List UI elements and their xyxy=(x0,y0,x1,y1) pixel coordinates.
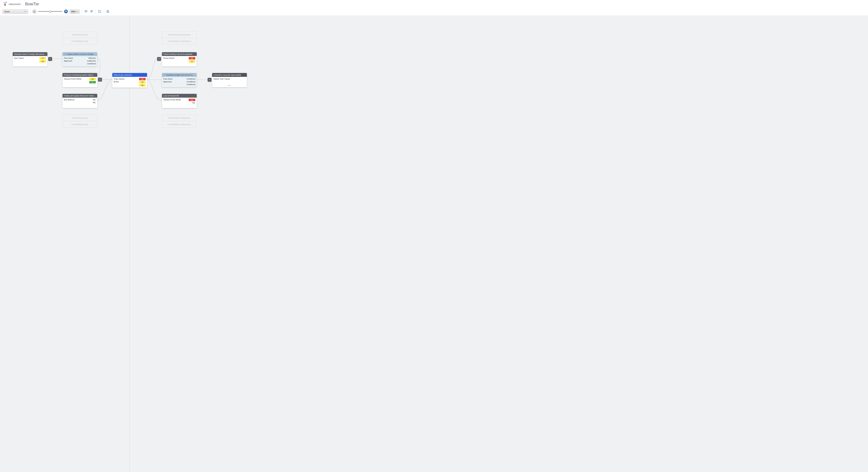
create-consequence-button[interactable]: Create New Consequence xyxy=(162,115,196,121)
link-consequence-button[interactable]: Link Existing Consequence xyxy=(162,38,196,44)
metric: Undefined xyxy=(187,83,195,86)
diagram-canvas[interactable]: Create New Cause Link Existing Cause Cre… xyxy=(0,16,868,472)
metric: Ineffective xyxy=(87,60,96,62)
svg-point-5 xyxy=(65,54,65,55)
risk-badge: 10 xyxy=(39,60,46,63)
node-approval: Approved xyxy=(163,81,173,83)
node-owner: Paul Sutch xyxy=(163,78,173,80)
svg-point-1 xyxy=(5,2,7,3)
node-title: Faulty parts (pipes that aren't rated pr… xyxy=(62,94,97,98)
toolbar: None – + 90% xyxy=(0,8,868,16)
cause-node-operator[interactable]: Operator doesn't comply with permit cond… xyxy=(13,52,48,66)
svg-point-4 xyxy=(99,11,100,12)
risk-badge: 22 xyxy=(139,78,146,80)
control-node-budget[interactable]: Establish budget and escrow fund for ...… xyxy=(162,73,197,87)
layers-add-icon[interactable] xyxy=(90,9,93,13)
node-approval: Approved xyxy=(64,60,73,62)
node-status: Active xyxy=(114,81,124,83)
risk-badge: 11 xyxy=(189,60,195,63)
node-title: Future funding may be in jeopardy xyxy=(162,52,197,56)
node-owner: Tamara Porter-White xyxy=(163,99,181,101)
link-cause-button[interactable]: Link Existing Cause xyxy=(63,38,97,44)
brand-logo: riskonnect xyxy=(2,1,21,7)
brand-name: riskonnect xyxy=(9,3,21,5)
count-badge-right[interactable]: 2 xyxy=(157,57,161,61)
metric: Effective xyxy=(89,57,96,59)
risk-badge: 16 xyxy=(139,84,146,87)
svg-point-6 xyxy=(164,75,165,75)
zoom-out-button[interactable]: – xyxy=(32,9,36,13)
gear-icon xyxy=(64,53,66,55)
node-title: Inspect wells to ensure compliance wit..… xyxy=(62,52,97,56)
cause-node-faulty[interactable]: Faulty parts (pipes that aren't rated pr… xyxy=(62,94,97,108)
consequence-node-legal[interactable]: Unfunded corporate legal liability Owner… xyxy=(212,73,247,87)
ghost-consequence-top: Create New Consequence Link Existing Con… xyxy=(162,31,197,44)
node-owner: Bob Bellivue xyxy=(64,99,74,101)
risk-badge: 13 xyxy=(139,81,146,83)
consequence-node-life[interactable]: Loss of human life Tamara Porter-White 2… xyxy=(162,94,197,108)
node-owner: Tamara Porter-White xyxy=(64,78,82,80)
zoom-slider[interactable] xyxy=(38,11,62,12)
collapse-toggle-left[interactable]: – xyxy=(48,57,52,61)
metric: NIL xyxy=(93,101,96,103)
collapse-toggle-right[interactable]: – xyxy=(208,78,212,82)
event-node[interactable]: Natural gas explosion Tracy Hulme Active… xyxy=(112,73,147,88)
fit-screen-icon[interactable] xyxy=(98,9,101,13)
node-title: Loss of human life xyxy=(162,94,197,98)
layers-icon[interactable] xyxy=(84,9,88,13)
node-owner: Tracy Hulme xyxy=(114,78,124,80)
ghost-cause-bottom: Create New Cause Link Existing Cause xyxy=(62,114,97,128)
chevron-down-icon xyxy=(25,10,26,12)
node-owner: Owner: Karl Trainer xyxy=(214,78,245,80)
link-cause-button[interactable]: Link Existing Cause xyxy=(63,121,97,128)
node-owner: Paul Sutch xyxy=(64,57,73,59)
node-title: Natural gas explosion xyxy=(112,73,147,77)
node-title: Pressure monitoring system failure xyxy=(62,73,97,77)
zoom-level-dropdown[interactable]: 90% xyxy=(70,9,80,14)
risk-badge: 22 xyxy=(189,57,195,60)
zoom-in-button[interactable]: + xyxy=(64,9,68,13)
metric: Undefined xyxy=(87,63,96,65)
toolbar-divider xyxy=(95,9,96,14)
pager-dot xyxy=(229,85,229,86)
filter-dropdown[interactable]: None xyxy=(2,9,28,14)
ghost-consequence-bottom: Create New Consequence Link Existing Con… xyxy=(162,114,197,128)
cause-node-pressure[interactable]: Pressure monitoring system failure Tamar… xyxy=(62,73,97,87)
risk-badge: 16 xyxy=(89,78,96,80)
pagination-dots[interactable] xyxy=(214,85,245,86)
count-badge-left[interactable]: 2 xyxy=(98,78,102,81)
metric: Undefined xyxy=(187,78,195,80)
zoom-level-label: 90% xyxy=(71,10,76,13)
risk-badge: 1 xyxy=(89,81,96,83)
zoom-slider-thumb[interactable] xyxy=(49,10,51,13)
risk-badge: 22 xyxy=(189,99,195,101)
metric: NIL xyxy=(93,99,96,101)
metric: Undefined xyxy=(187,81,195,83)
link-consequence-button[interactable]: Link Existing Consequence xyxy=(162,121,196,128)
control-node-inspect[interactable]: Inspect wells to ensure compliance wit..… xyxy=(62,52,97,66)
consequence-node-funding[interactable]: Future funding may be in jeopardy Keiran… xyxy=(162,52,197,66)
node-title: Unfunded corporate legal liability xyxy=(212,73,247,77)
create-cause-button[interactable]: Create New Cause xyxy=(63,32,97,38)
node-title: Establish budget and escrow fund for ... xyxy=(162,73,197,77)
svg-point-2 xyxy=(4,4,6,6)
chevron-down-icon xyxy=(76,10,78,12)
create-cause-button[interactable]: Create New Cause xyxy=(63,115,97,121)
app-title: BowTie xyxy=(25,2,39,6)
brand-logo-icon xyxy=(2,1,8,7)
app-header: riskonnect BowTie xyxy=(0,0,868,8)
gear-icon xyxy=(163,74,165,76)
ghost-cause-top: Create New Cause Link Existing Cause xyxy=(62,31,97,44)
node-title: Operator doesn't comply with permit cond… xyxy=(13,52,48,56)
node-owner: Keiran Booth xyxy=(163,57,175,59)
risk-badge: 17 xyxy=(39,57,46,60)
print-icon[interactable] xyxy=(106,9,110,13)
filter-dropdown-label: None xyxy=(4,10,10,13)
metric: NIL xyxy=(192,102,195,104)
create-consequence-button[interactable]: Create New Consequence xyxy=(162,32,196,38)
pager-dot xyxy=(230,85,230,86)
node-owner: Karl Trainer xyxy=(14,57,24,59)
